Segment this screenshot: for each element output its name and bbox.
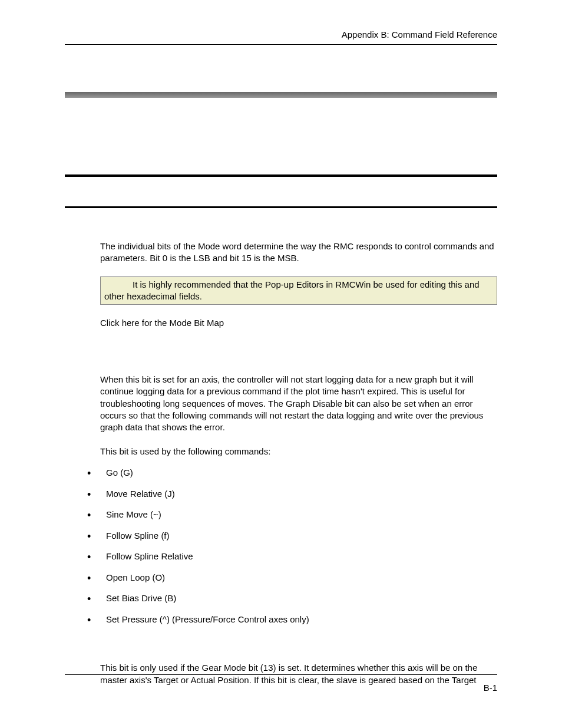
bit0-description: When this bit is set for an axis, the co… [100,374,497,433]
mode-bit-map-link[interactable]: Click here for the Mode Bit Map [100,318,497,328]
thick-rule-2 [65,206,497,208]
section-bar [65,92,497,98]
footer-rule [65,674,497,675]
list-item: Move Relative (J) [87,488,497,500]
page-number: B-1 [484,683,497,693]
list-item: Sine Move (~) [87,509,497,521]
list-item: Set Bias Drive (B) [87,592,497,604]
list-item: Follow Spline (f) [87,530,497,542]
list-item: Follow Spline Relative [87,551,497,562]
intro-paragraph: The individual bits of the Mode word det… [100,241,497,265]
note-text: It is highly recommended that the Pop-up… [104,279,480,301]
list-item: Open Loop (O) [87,572,497,584]
list-item: Go (G) [87,467,497,479]
note-box: It is highly recommended that the Pop-up… [100,276,497,305]
command-list: Go (G) Move Relative (J) Sine Move (~) F… [87,467,497,625]
header-rule [65,44,497,45]
thick-rule-1 [65,174,497,177]
bit0-used-by: This bit is used by the following comman… [100,446,497,456]
page-header: Appendix B: Command Field Reference [65,29,497,39]
list-item: Set Pressure (^) (Pressure/Force Control… [87,614,497,625]
